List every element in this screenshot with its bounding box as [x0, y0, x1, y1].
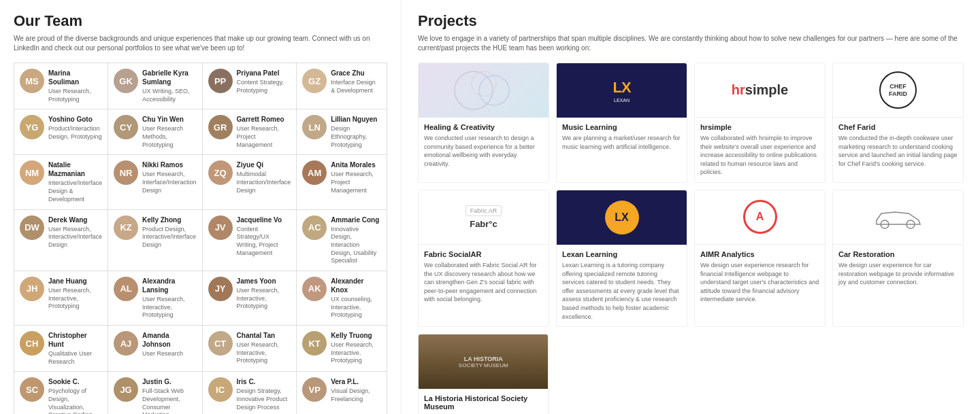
projects-section: Projects We love to engage in a variety …	[402, 0, 980, 414]
avatar: VP	[302, 377, 327, 402]
team-member-name: Iris C.	[237, 377, 291, 386]
team-card: KZ Kelly Zhong Product Design, Interacti…	[108, 210, 203, 271]
team-member-role: Content Strategy/UX Writing, Project Man…	[237, 226, 291, 258]
avatar: JV	[208, 215, 233, 240]
project-card[interactable]: Healing & Creativity We conducted user r…	[418, 63, 549, 183]
team-card: ZQ Ziyue Qi Multimodal Interaction/Inter…	[203, 155, 297, 209]
team-member-role: User Research, Interactive, Prototyping	[48, 287, 102, 311]
avatar: JH	[20, 277, 44, 301]
team-info: Grace Zhu Interface Design & Development	[331, 69, 381, 94]
project-card[interactable]: LX Lexan Learning Lexan Learning is a tu…	[556, 190, 687, 327]
project-name: Music Learning	[562, 123, 681, 131]
team-section: Our Team We are proud of the diverse bac…	[0, 0, 402, 414]
team-member-role: User Research, Interface/Interaction Des…	[142, 171, 197, 194]
project-name: AIMR Analytics	[700, 250, 819, 258]
team-card: GK Gabrielle Kyra Sumlang UX Writing, SE…	[108, 63, 203, 109]
avatar: MS	[20, 69, 44, 93]
team-member-role: Qualitative User Research	[48, 350, 102, 366]
project-body: Music Learning We are planning a market/…	[557, 118, 687, 156]
team-card: NM Natalie Mazmanian Interactive/Interfa…	[14, 155, 108, 209]
team-info: Natalie Mazmanian Interactive/Interface …	[48, 160, 102, 203]
project-desc: Lexan Learning is a tutoring company off…	[562, 261, 681, 321]
project-card[interactable]: CHEFFARID Chef Farid We conducted the in…	[832, 63, 964, 183]
project-card[interactable]: hrsimple hrsimple We collaborated with h…	[694, 63, 826, 183]
avatar: PP	[208, 69, 233, 93]
project-card[interactable]: Car Restoration We design user experienc…	[832, 190, 964, 327]
project-desc: We conducted user research to design a c…	[424, 134, 543, 168]
team-member-name: Lillian Nguyen	[331, 115, 381, 124]
team-member-name: Chu Yin Wen	[142, 115, 197, 124]
avatar: SC	[20, 377, 44, 402]
team-member-name: Jane Huang	[48, 277, 102, 286]
team-member-role: Multimodal Interaction/Interface Design	[237, 171, 291, 194]
team-member-name: Natalie Mazmanian	[48, 160, 102, 178]
avatar: AL	[114, 277, 138, 301]
team-info: Ziyue Qi Multimodal Interaction/Interfac…	[237, 160, 291, 194]
project-card-historia[interactable]: LA HISTORIA SOCIETY MUSEUM La Historia H…	[418, 334, 549, 414]
team-card: PP Priyana Patel Content Strategy, Proto…	[203, 63, 297, 109]
team-member-role: Interactive/Interface Design & Developme…	[48, 179, 102, 203]
avatar: ZQ	[208, 160, 233, 185]
avatar: AM	[302, 160, 327, 185]
project-body: hrsimple We collaborated with hrsimple t…	[695, 118, 825, 182]
team-member-name: Sookie C.	[48, 377, 102, 386]
team-member-role: Design Strategy, Innovative Product Desi…	[237, 387, 291, 411]
team-card: LN Lillian Nguyen Design Ethnography, Pr…	[297, 109, 387, 155]
project-thumb: LX LEXAN	[557, 63, 687, 118]
team-member-role: User Research, Project Management	[237, 125, 291, 149]
team-member-name: Garrett Romeo	[237, 115, 291, 124]
project-body: La Historia Historical Society Museum We…	[419, 389, 548, 414]
avatar: GZ	[302, 69, 327, 93]
team-member-role: User Research Methods, Prototyping	[142, 125, 197, 149]
project-desc: We design user experience for car restor…	[838, 261, 958, 287]
team-card: GR Garrett Romeo User Research, Project …	[203, 109, 297, 155]
team-member-name: Gabrielle Kyra Sumlang	[142, 69, 197, 86]
team-member-name: Derek Wang	[48, 215, 102, 224]
project-thumb: Fabric AR Fabr°c	[419, 190, 549, 245]
avatar: DW	[20, 215, 44, 240]
project-thumb	[419, 63, 549, 118]
team-member-name: Marina Souliman	[48, 69, 102, 86]
project-desc: We design user experience research for f…	[700, 261, 819, 304]
project-desc: We conducted the in-depth cookware user …	[838, 134, 958, 168]
project-thumb: LX	[557, 190, 687, 245]
team-member-name: Amanda Johnson	[142, 331, 197, 349]
project-card[interactable]: A AIMR Analytics We design user experien…	[694, 190, 826, 327]
team-card: SC Sookie C. Psychology of Design, Visua…	[14, 372, 108, 414]
avatar: AK	[302, 277, 327, 301]
team-info: James Yoon User Research, Interactive, P…	[237, 277, 291, 311]
team-member-name: Ammarie Cong	[331, 215, 381, 224]
team-info: Nikki Ramos User Research, Interface/Int…	[142, 160, 197, 194]
avatar: CH	[20, 331, 44, 356]
team-member-name: Grace Zhu	[331, 69, 381, 77]
team-member-role: Design Ethnography, Prototyping	[331, 125, 381, 149]
projects-bottom: LA HISTORIA SOCIETY MUSEUM La Historia H…	[418, 334, 964, 414]
team-info: Iris C. Design Strategy, Innovative Prod…	[237, 377, 291, 411]
team-info: Ammarie Cong Innovative Design, Interact…	[331, 215, 381, 265]
project-body: Healing & Creativity We conducted user r…	[419, 118, 549, 173]
team-card: CY Chu Yin Wen User Research Methods, Pr…	[108, 109, 203, 155]
project-body: AIMR Analytics We design user experience…	[695, 245, 825, 309]
team-member-name: Kelly Truong	[331, 331, 381, 340]
team-info: Chu Yin Wen User Research Methods, Proto…	[142, 115, 197, 149]
team-card: CT Chantal Tan User Research, Interactiv…	[203, 326, 297, 372]
team-info: Christopher Hunt Qualitative User Resear…	[48, 331, 102, 366]
team-title: Our Team	[14, 12, 387, 30]
project-name: hrsimple	[700, 123, 819, 131]
avatar: LN	[302, 115, 327, 139]
project-card[interactable]: LX LEXAN Music Learning We are planning …	[556, 63, 687, 183]
project-card[interactable]: Fabric AR Fabr°c Fabric SocialAR We coll…	[418, 190, 549, 327]
team-member-name: Justin G.	[142, 377, 197, 386]
projects-grid: Healing & Creativity We conducted user r…	[418, 63, 964, 327]
projects-title: Projects	[418, 12, 964, 30]
team-card: KT Kelly Truong User Research, Interacti…	[297, 326, 387, 372]
team-info: Garrett Romeo User Research, Project Man…	[237, 115, 291, 149]
team-grid: MS Marina Souliman User Research, Protot…	[14, 63, 387, 414]
avatar: YG	[20, 115, 44, 139]
team-card: JY James Yoon User Research, Interactive…	[203, 271, 297, 326]
avatar: IC	[208, 377, 233, 402]
team-member-name: Priyana Patel	[237, 69, 291, 77]
team-info: Anita Morales User Research, Project Man…	[331, 160, 381, 194]
team-member-name: Yoshino Goto	[48, 115, 102, 124]
avatar: GR	[208, 115, 233, 139]
